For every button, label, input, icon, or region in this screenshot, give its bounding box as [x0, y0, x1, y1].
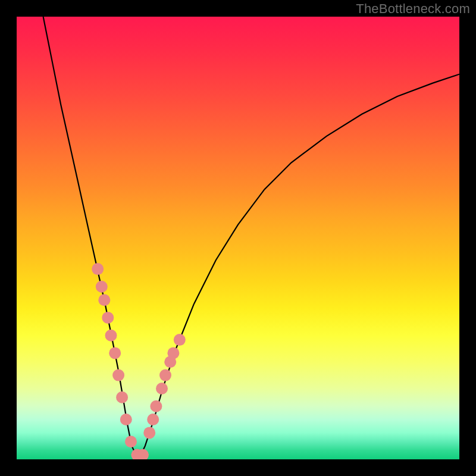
marker-point	[105, 330, 117, 342]
marker-point	[167, 347, 179, 359]
marker-point	[120, 414, 132, 425]
marker-point	[147, 414, 159, 425]
marker-point	[92, 263, 104, 275]
chart-frame: TheBottleneck.com	[0, 0, 476, 476]
marker-point	[150, 400, 162, 412]
marker-point	[109, 347, 121, 359]
marker-point	[174, 334, 186, 346]
plot-area	[17, 17, 459, 459]
marker-point	[96, 281, 108, 293]
marker-point	[98, 294, 110, 306]
highlight-markers	[92, 263, 186, 459]
watermark-text: TheBottleneck.com	[356, 1, 470, 17]
marker-point	[102, 312, 114, 324]
marker-point	[156, 383, 168, 394]
marker-point	[116, 392, 128, 403]
marker-point	[112, 369, 124, 381]
marker-point	[159, 369, 171, 381]
marker-point	[143, 427, 155, 439]
marker-point	[125, 436, 137, 447]
bottleneck-curve	[43, 17, 459, 455]
chart-svg	[17, 17, 459, 459]
